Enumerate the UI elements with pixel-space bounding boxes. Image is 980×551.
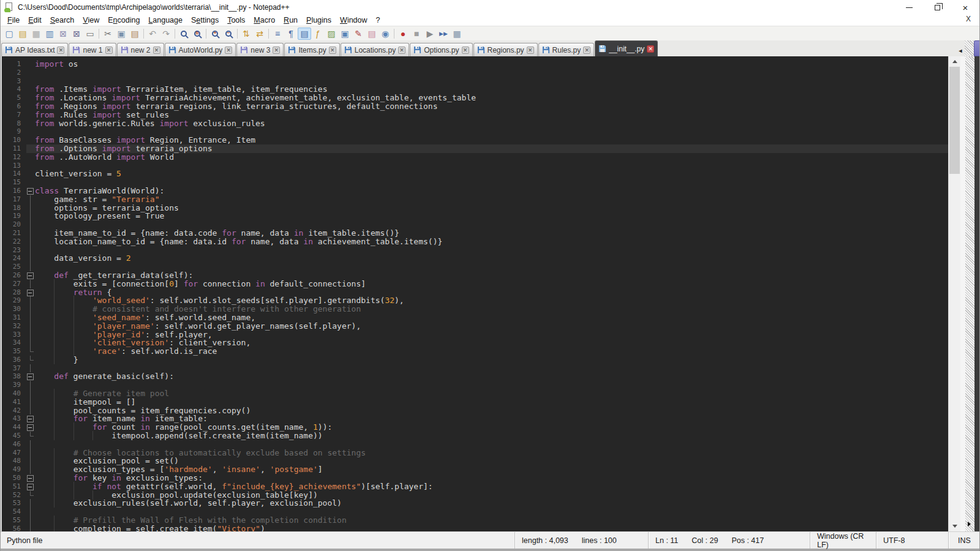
code-line-40[interactable]: 40 # Generate item pool xyxy=(2,389,948,398)
code-line-32[interactable]: 32 'player_name': self.world.get_player_… xyxy=(2,322,948,331)
column-marker-button[interactable]: ✎ xyxy=(352,28,365,40)
tab-close-icon[interactable]: ✕ xyxy=(527,47,534,54)
editor[interactable]: 1import os234from .Items import Terraria… xyxy=(1,56,948,531)
menu-plugins[interactable]: Plugins xyxy=(302,15,336,25)
code-line-19[interactable]: 19 topology_present = True xyxy=(2,212,948,220)
macro-save-button[interactable]: ▦ xyxy=(450,28,464,40)
menu-help[interactable]: ? xyxy=(372,15,385,25)
tab-close-icon[interactable]: ✕ xyxy=(462,47,469,54)
tab-items-py[interactable]: Items.py✕ xyxy=(284,43,339,56)
sync-vertical-scroll-button[interactable]: ⇅ xyxy=(239,28,253,40)
code-line-2[interactable]: 2 xyxy=(2,69,948,77)
menu-run[interactable]: Run xyxy=(279,15,302,25)
tab-regions-py[interactable]: Regions.py✕ xyxy=(473,43,538,56)
code-line-46[interactable]: 46 xyxy=(2,440,948,449)
code-line-3[interactable]: 3 xyxy=(2,77,948,86)
tab-close-icon[interactable]: ✕ xyxy=(105,47,113,54)
tab-rules-py[interactable]: Rules.py✕ xyxy=(538,43,595,56)
code-line-8[interactable]: 8from worlds.generic.Rules import exclus… xyxy=(2,119,948,128)
macro-record-button[interactable]: ● xyxy=(396,28,410,40)
tab-close-icon[interactable]: ✕ xyxy=(398,47,405,54)
menu-edit[interactable]: Edit xyxy=(24,15,46,25)
tab-options-py[interactable]: Options.py✕ xyxy=(410,43,472,56)
code-line-55[interactable]: 55 # Prefill the Wall of Flesh with the … xyxy=(2,516,948,525)
document-list-button[interactable]: ▣ xyxy=(338,28,352,40)
menu-macro[interactable]: Macro xyxy=(249,15,279,25)
fold-collapse-icon[interactable] xyxy=(26,271,35,280)
tab-close-icon[interactable]: ✕ xyxy=(329,47,336,54)
code-line-21[interactable]: 21 item_name_to_id = {name: data.code fo… xyxy=(2,229,948,238)
fold-collapse-icon[interactable] xyxy=(26,414,35,423)
menu-settings[interactable]: Settings xyxy=(187,15,223,25)
menu-tools[interactable]: Tools xyxy=(223,15,249,25)
zoom-in-button[interactable]: + xyxy=(208,28,222,40)
macro-run-multiple-button[interactable]: ▶▶ xyxy=(437,28,450,40)
code-line-47[interactable]: 47 # Choose locations to automatically e… xyxy=(2,449,948,457)
save-file-button[interactable]: ▦ xyxy=(29,28,43,40)
code-line-29[interactable]: 29 'world_seed': self.world.slot_seeds[s… xyxy=(2,296,948,305)
tab-new-1[interactable]: new 1✕ xyxy=(69,43,116,56)
menu-encoding[interactable]: Encoding xyxy=(104,15,144,25)
fold-collapse-icon[interactable] xyxy=(26,187,35,195)
fold-collapse-icon[interactable] xyxy=(26,474,35,482)
redo-button[interactable]: ↷ xyxy=(159,28,173,40)
tab-locations-py[interactable]: Locations.py✕ xyxy=(341,43,409,56)
tab-close-icon[interactable]: ✕ xyxy=(273,47,280,54)
code-line-17[interactable]: 17 game: str = "Terraria" xyxy=(2,195,948,204)
code-line-50[interactable]: 50 for key in exclusion_types: xyxy=(2,474,948,482)
code-line-48[interactable]: 48 exclusion_pool = set() xyxy=(2,457,948,465)
replace-button[interactable]: b xyxy=(190,28,204,40)
document-map-button[interactable]: ▨ xyxy=(325,28,338,40)
tab-ap-ideas-txt[interactable]: AP Ideas.txt✕ xyxy=(1,43,68,56)
cut-button[interactable]: ✂ xyxy=(101,28,115,40)
code-line-44[interactable]: 44 for count in range(pool_counts.get(it… xyxy=(2,423,948,432)
tab-autoworld-py[interactable]: AutoWorld.py✕ xyxy=(165,43,236,56)
menu-window[interactable]: Window xyxy=(336,15,371,25)
code-line-42[interactable]: 42 pool_counts = item_frequencies.copy() xyxy=(2,407,948,415)
menu-view[interactable]: View xyxy=(78,15,104,25)
code-line-24[interactable]: 24 data_version = 2 xyxy=(2,254,948,263)
status-eol-format[interactable]: Windows (CR LF) xyxy=(810,532,876,549)
code-line-56[interactable]: 56 completion = self.create_item("Victor… xyxy=(2,525,948,531)
menu-language[interactable]: Language xyxy=(144,15,187,25)
code-line-15[interactable]: 15 xyxy=(2,178,948,187)
code-line-4[interactable]: 4from .Items import TerrariaItem, item_t… xyxy=(2,85,948,94)
tab-close-icon[interactable]: ✕ xyxy=(153,47,160,54)
code-line-26[interactable]: 26 def _get_terraria_data(self): xyxy=(2,271,948,280)
code-line-18[interactable]: 18 options = terraria_options xyxy=(2,204,948,212)
minimize-button[interactable] xyxy=(895,0,923,15)
code-line-23[interactable]: 23 xyxy=(2,246,948,255)
code-line-13[interactable]: 13 xyxy=(2,162,948,170)
scroll-down-arrow-icon[interactable] xyxy=(949,521,960,531)
code-line-49[interactable]: 49 exclusion_types = ['hardmode', 'insan… xyxy=(2,465,948,474)
scrollbar-thumb[interactable] xyxy=(949,67,960,174)
undo-button[interactable]: ↶ xyxy=(146,28,159,40)
find-button[interactable] xyxy=(177,28,190,40)
code-line-28[interactable]: 28 return { xyxy=(2,288,948,297)
code-line-12[interactable]: 12from ..AutoWorld import World xyxy=(2,153,948,162)
code-line-54[interactable]: 54 xyxy=(2,508,948,516)
close-all-button[interactable]: ⊠ xyxy=(70,28,83,40)
code-line-31[interactable]: 31 'seed_name': self.world.seed_name, xyxy=(2,313,948,322)
zoom-out-button[interactable]: − xyxy=(222,28,235,40)
code-line-25[interactable]: 25 xyxy=(2,263,948,271)
macro-stop-button[interactable]: ■ xyxy=(410,28,423,40)
tab-close-icon[interactable]: ✕ xyxy=(57,47,64,54)
view-splitter[interactable] xyxy=(965,56,974,531)
new-file-button[interactable]: ▢ xyxy=(2,28,16,40)
code-line-45[interactable]: 45 itempool.append(self.create_item(item… xyxy=(2,432,948,440)
code-line-37[interactable]: 37 xyxy=(2,364,948,373)
save-all-button[interactable]: ▥ xyxy=(43,28,56,40)
code-line-30[interactable]: 30 # consistent and doesn't interfere wi… xyxy=(2,305,948,313)
open-file-button[interactable]: ▤ xyxy=(16,28,29,40)
fold-collapse-icon[interactable] xyxy=(26,423,35,432)
code-line-6[interactable]: 6from .Regions import terraria_regions, … xyxy=(2,102,948,111)
folder-as-workspace-button[interactable]: ▤ xyxy=(365,28,379,40)
vertical-scrollbar[interactable] xyxy=(948,56,960,531)
code-line-5[interactable]: 5from .Locations import TerrariaAchievem… xyxy=(2,94,948,102)
code-line-27[interactable]: 27 exits = [connection[0] for connection… xyxy=(2,280,948,288)
fold-collapse-icon[interactable] xyxy=(26,288,35,297)
status-encoding[interactable]: UTF-8 xyxy=(876,532,949,549)
fold-collapse-icon[interactable] xyxy=(26,372,35,381)
restore-button[interactable] xyxy=(923,0,951,15)
